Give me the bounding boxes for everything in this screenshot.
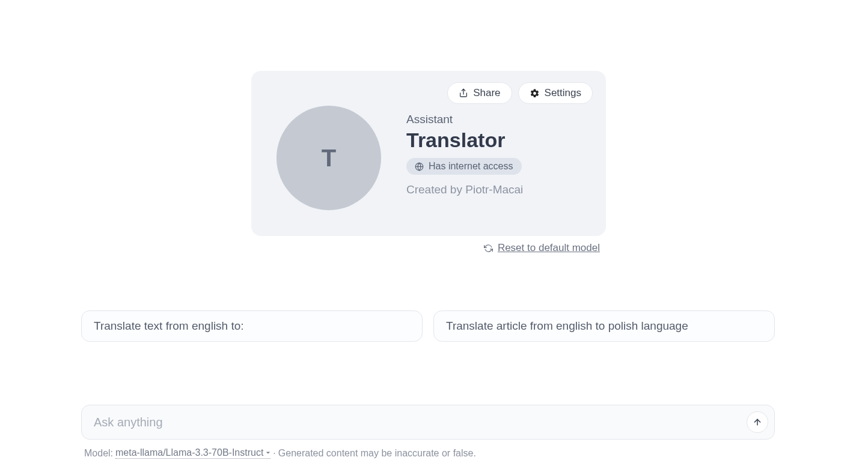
creator-line: Created by Piotr-Macai	[406, 183, 523, 196]
assistant-type-label: Assistant	[406, 113, 523, 126]
card-actions: Share Settings	[447, 82, 593, 104]
assistant-meta: Assistant Translator Has internet access…	[406, 113, 523, 196]
chat-input-box	[81, 405, 775, 440]
creator-name[interactable]: Piotr-Macai	[465, 183, 523, 196]
reset-model-text: Reset to default model	[498, 242, 600, 254]
settings-button[interactable]: Settings	[518, 82, 593, 104]
badge-text: Has internet access	[429, 161, 513, 172]
arrow-up-icon	[753, 417, 762, 427]
model-label: Model:	[84, 448, 113, 459]
model-name-text: meta-llama/Llama-3.3-70B-Instruct	[115, 447, 263, 458]
suggestion-item[interactable]: Translate text from english to:	[81, 310, 423, 342]
share-icon	[459, 88, 468, 98]
internet-access-badge: Has internet access	[406, 158, 522, 175]
creator-prefix: Created by	[406, 183, 465, 196]
suggestion-row: Translate text from english to: Translat…	[81, 310, 775, 342]
suggestion-item[interactable]: Translate article from english to polish…	[433, 310, 775, 342]
assistant-title: Translator	[406, 129, 523, 152]
globe-icon	[415, 162, 424, 171]
refresh-icon	[484, 244, 493, 253]
chat-input[interactable]	[82, 405, 732, 439]
reset-model-link[interactable]: Reset to default model	[484, 242, 600, 254]
footer-line: Model: meta-llama/Llama-3.3-70B-Instruct…	[84, 447, 476, 459]
footer-separator: ·	[273, 448, 275, 459]
caret-down-icon	[266, 450, 270, 455]
disclaimer-text: Generated content may be inaccurate or f…	[278, 448, 476, 459]
assistant-card: Share Settings T Assistant Translator	[251, 71, 606, 236]
avatar-initial: T	[322, 145, 336, 172]
model-selector[interactable]: meta-llama/Llama-3.3-70B-Instruct	[115, 447, 270, 459]
share-button[interactable]: Share	[447, 82, 512, 104]
input-area	[81, 405, 775, 440]
send-button[interactable]	[747, 411, 768, 433]
avatar: T	[277, 106, 381, 210]
share-label: Share	[473, 87, 500, 99]
gear-icon	[530, 88, 540, 98]
settings-label: Settings	[545, 87, 581, 99]
reset-model-row: Reset to default model	[251, 242, 600, 256]
